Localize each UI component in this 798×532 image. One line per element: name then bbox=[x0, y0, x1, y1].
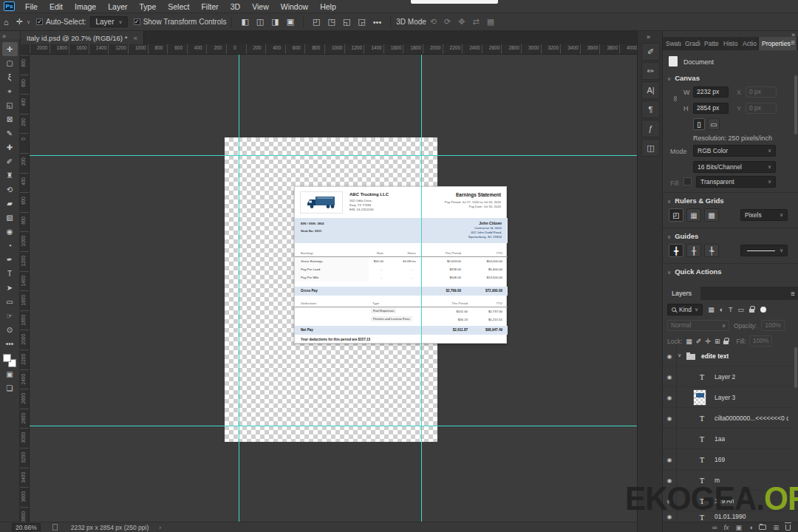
distribute-top-icon[interactable]: ◰ bbox=[309, 17, 324, 27]
menu-filter[interactable]: Filter bbox=[195, 0, 224, 13]
brush-settings-panel-icon[interactable]: ✐ bbox=[641, 43, 660, 61]
layer-name[interactable]: edite text bbox=[701, 352, 729, 360]
auto-select-target-dropdown[interactable]: Layer ∨ bbox=[90, 16, 127, 27]
show-transform-checkbox[interactable]: ✓ bbox=[134, 18, 140, 25]
color-mode-dropdown[interactable]: RGB Color ∨ bbox=[693, 145, 776, 157]
ruler-units-dropdown[interactable]: Pixels ∨ bbox=[740, 209, 788, 221]
frame-tool[interactable]: ⊠ bbox=[2, 112, 18, 126]
new-group-icon[interactable] bbox=[759, 525, 766, 530]
landscape-orientation-button[interactable]: ▭ bbox=[708, 118, 720, 130]
eye-icon[interactable]: ◉ bbox=[663, 408, 677, 429]
toggle-guides-button[interactable]: ╋ bbox=[669, 244, 683, 257]
blur-tool[interactable]: ◉ bbox=[2, 225, 18, 239]
menu-3d[interactable]: 3D bbox=[225, 0, 246, 13]
pen-tool[interactable]: ✒ bbox=[2, 253, 18, 267]
crop-tool[interactable]: ◱ bbox=[2, 98, 18, 112]
lock-transparent-icon[interactable]: ▦ bbox=[686, 338, 692, 345]
width-field[interactable]: 2232 px bbox=[693, 86, 729, 98]
lock-position-icon[interactable]: ✛ bbox=[705, 338, 711, 345]
guide-style-dropdown[interactable]: ∨ bbox=[740, 245, 788, 256]
lock-pixels-icon[interactable]: ✐ bbox=[696, 338, 702, 345]
layer-filter-dropdown[interactable]: Kind ∨ bbox=[667, 304, 703, 316]
hand-tool[interactable]: ☞ bbox=[2, 309, 18, 323]
layer-row[interactable]: T 1aa bbox=[663, 429, 793, 449]
layer-name[interactable]: 169 bbox=[715, 456, 725, 463]
foreground-color-swatch[interactable] bbox=[3, 354, 11, 362]
eye-icon[interactable]: ◉ bbox=[663, 346, 677, 366]
horizontal-guide[interactable] bbox=[30, 426, 637, 426]
menu-layer[interactable]: Layer bbox=[102, 0, 133, 13]
menu-view[interactable]: View bbox=[246, 0, 275, 13]
more-align-options-icon[interactable]: ••• bbox=[369, 18, 386, 27]
eye-icon[interactable]: ◉ bbox=[663, 449, 677, 470]
lock-guides-button[interactable]: ╂ bbox=[686, 244, 701, 257]
tab-patterns[interactable]: Patte bbox=[701, 37, 720, 50]
menu-select[interactable]: Select bbox=[162, 0, 195, 13]
delete-layer-icon[interactable] bbox=[785, 525, 791, 531]
rulers-grids-section-header[interactable]: ∨Rulers & Grids bbox=[667, 197, 724, 205]
lock-artboard-icon[interactable]: ⊞ bbox=[715, 338, 720, 345]
properties-scrollbar[interactable] bbox=[794, 75, 797, 134]
tab-history[interactable]: Histo bbox=[720, 37, 740, 50]
menu-image[interactable]: Image bbox=[69, 0, 102, 13]
menu-window[interactable]: Window bbox=[275, 0, 314, 13]
brush-tool[interactable]: ✐ bbox=[2, 154, 18, 168]
close-icon[interactable]: × bbox=[133, 34, 137, 42]
object-selection-tool[interactable]: ⌖ bbox=[2, 84, 18, 98]
filter-shape-layers-icon[interactable]: ▭ bbox=[738, 306, 745, 313]
status-options-arrow[interactable]: › bbox=[159, 524, 161, 531]
layer-row-group[interactable]: ◉ ∨ edite text bbox=[663, 346, 793, 366]
group-expand-chevron-icon[interactable]: ∨ bbox=[678, 352, 681, 358]
layers-scrollbar[interactable] bbox=[794, 347, 797, 388]
layer-name[interactable]: 1aa bbox=[715, 435, 725, 443]
layer-row[interactable]: ◉ T 169 bbox=[663, 449, 793, 470]
move-tool-options-icon[interactable]: ✛ bbox=[13, 17, 27, 27]
vertical-guide[interactable] bbox=[239, 55, 239, 522]
layer-effects-icon[interactable]: fx bbox=[723, 524, 729, 531]
gradient-tool[interactable]: ▧ bbox=[2, 211, 18, 225]
link-layers-icon[interactable]: ∞ bbox=[712, 524, 717, 531]
eye-icon[interactable]: ◉ bbox=[663, 366, 677, 387]
filter-pixel-layers-icon[interactable]: ▦ bbox=[708, 306, 715, 313]
filtering-toggle[interactable] bbox=[760, 307, 766, 313]
filter-type-layers-icon[interactable]: T bbox=[729, 306, 733, 313]
expand-panels-icon[interactable]: » bbox=[647, 33, 650, 41]
menu-type[interactable]: Type bbox=[133, 0, 162, 13]
glyphs-panel-icon[interactable]: ƒ bbox=[641, 120, 660, 137]
character-panel-icon[interactable]: A| bbox=[641, 81, 660, 99]
adjustment-layer-icon[interactable]: ◑ bbox=[748, 524, 752, 531]
tool-preset-chevron-icon[interactable]: ∨ bbox=[27, 19, 30, 25]
move-tool[interactable]: ✛ bbox=[2, 42, 18, 56]
dodge-tool[interactable]: ◔ bbox=[2, 239, 18, 253]
tab-actions[interactable]: Actio bbox=[740, 37, 759, 50]
layer-name[interactable]: cilta0000000...<<<<<<<0 d bbox=[715, 415, 788, 422]
lasso-tool[interactable]: ξ bbox=[2, 70, 18, 84]
tab-swatches[interactable]: Swatc bbox=[663, 37, 682, 50]
distribute-spacing-icon[interactable]: ◲ bbox=[354, 17, 369, 27]
quick-mask-button[interactable]: ▣ bbox=[2, 367, 18, 381]
layer-name[interactable]: Layer 2 bbox=[715, 373, 735, 381]
type-tool[interactable]: T bbox=[2, 267, 18, 281]
menu-help[interactable]: Help bbox=[314, 0, 342, 13]
fill-dropdown[interactable]: Transparent ∨ bbox=[696, 176, 776, 188]
layers-panel-menu-icon[interactable]: ≡ bbox=[791, 290, 795, 298]
filter-adjustment-layers-icon[interactable]: ◐ bbox=[720, 306, 723, 313]
path-selection-tool[interactable]: ➤ bbox=[2, 281, 18, 295]
quick-actions-section-header[interactable]: ∨Quick Actions bbox=[667, 267, 722, 276]
healing-brush-tool[interactable]: ✚ bbox=[2, 140, 18, 154]
canvas-area[interactable]: ABC Trucking LLC 302 Odila Drive, Katy, … bbox=[30, 55, 637, 522]
brushes-panel-icon[interactable]: ✏ bbox=[641, 62, 660, 80]
lock-all-icon[interactable] bbox=[723, 341, 729, 344]
add-mask-icon[interactable]: ▣ bbox=[736, 524, 743, 531]
fill-swatch[interactable] bbox=[683, 177, 692, 185]
align-right-icon[interactable]: ◨ bbox=[267, 17, 282, 27]
document-tab[interactable]: Italy id.psd @ 20.7% (RGB/16) * × bbox=[21, 31, 144, 44]
zoom-tool[interactable]: ⊙ bbox=[2, 323, 18, 337]
filter-smart-objects-icon[interactable] bbox=[749, 309, 754, 313]
eyedropper-tool[interactable]: ✎ bbox=[2, 126, 18, 140]
rectangle-tool[interactable]: ▭ bbox=[2, 295, 18, 309]
layer-row[interactable]: ◉ Layer 3 bbox=[663, 387, 793, 408]
layer-row[interactable]: ◉ T Layer 2 bbox=[663, 366, 793, 387]
canvas-section-header[interactable]: ∨Canvas bbox=[667, 74, 700, 82]
layer-row[interactable]: ◉ T cilta0000000...<<<<<<<0 d bbox=[663, 408, 793, 429]
